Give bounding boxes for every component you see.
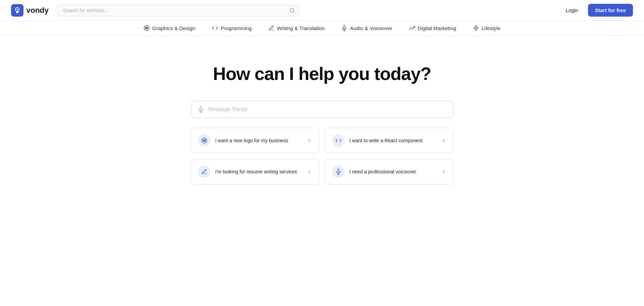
svg-point-0 [17,9,18,10]
writing-icon [268,25,274,31]
suggestion-card-react[interactable]: I want to write a React component [325,128,454,153]
svg-point-17 [205,141,205,142]
audio-icon [341,25,347,31]
nav-item-programming[interactable]: Programming [212,25,252,31]
code-suggestion-icon [332,134,345,147]
logo-text: vondy [26,6,49,15]
svg-point-15 [205,140,205,140]
chevron-right-icon-4 [441,169,446,174]
message-container [191,101,454,118]
svg-point-3 [145,27,146,28]
suggestion-card-logo[interactable]: I want a new logo for my business [191,128,319,153]
search-button[interactable] [289,8,295,13]
logo-icon [11,4,24,17]
suggestions-grid: I want a new logo for my business I want… [191,128,454,184]
code-icon [212,25,218,31]
svg-point-5 [145,28,146,29]
svg-point-1 [290,8,294,12]
login-button[interactable]: Login [561,4,582,16]
nav-label-graphics: Graphics & Design [152,25,195,31]
palette-icon [143,25,150,31]
mic-icon [197,106,204,113]
main-content: How can I help you today? [0,36,644,198]
message-input[interactable] [208,106,447,112]
mic-suggestion-icon [332,165,345,178]
svg-marker-10 [474,26,478,31]
nav-label-audio: Audio & Voiceover [350,25,392,31]
chevron-right-icon [307,138,312,143]
nav-item-marketing[interactable]: Digital Marketing [409,25,456,31]
nav-label-writing: Writing & Translation [277,25,325,31]
start-free-button[interactable]: Start for free [588,4,633,17]
nav-label-programming: Programming [221,25,252,31]
header-actions: Login Start for free [561,4,633,17]
resume-suggestion-icon [198,165,211,178]
search-bar [57,4,299,16]
lifestyle-icon [473,25,479,31]
chevron-right-icon-2 [441,138,446,143]
logo-suggestion-icon [198,134,211,147]
logo[interactable]: vondy [11,4,49,17]
suggestion-card-resume[interactable]: I'm looking for resume writing services [191,159,319,184]
hero-title: How can I help you today? [213,63,431,84]
nav-item-audio[interactable]: Audio & Voiceover [341,25,392,31]
nav-item-writing[interactable]: Writing & Translation [268,25,325,31]
svg-point-4 [147,27,148,28]
marketing-icon [409,25,415,31]
suggestion-text-resume: I'm looking for resume writing services [215,169,302,174]
svg-point-14 [203,140,204,140]
nav-item-graphics[interactable]: Graphics & Design [143,25,195,31]
svg-point-18 [204,140,204,141]
suggestion-text-logo: I want a new logo for my business [215,138,302,143]
nav-item-lifestyle[interactable]: Lifestyle [473,25,501,31]
suggestion-text-voiceover: I need a professional voiceover [349,169,436,174]
nav-label-lifestyle: Lifestyle [482,25,501,31]
header: vondy Login Start for free [0,0,644,21]
suggestion-card-voiceover[interactable]: I need a professional voiceover [325,159,454,184]
svg-point-6 [147,28,148,29]
navigation: Graphics & Design Programming Writing & … [0,21,644,36]
suggestion-text-react: I want to write a React component [349,138,436,143]
nav-label-marketing: Digital Marketing [418,25,456,31]
chevron-right-icon-3 [307,169,312,174]
search-input[interactable] [57,4,299,16]
message-input-wrapper [191,101,454,118]
svg-point-7 [146,28,147,28]
svg-point-16 [203,141,204,142]
